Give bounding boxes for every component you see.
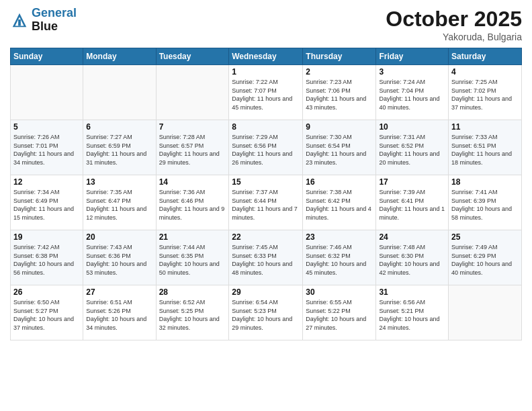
header: General Blue October 2025 Yakoruda, Bulg… bbox=[10, 7, 522, 42]
calendar-cell: 12Sunrise: 7:34 AM Sunset: 6:49 PM Dayli… bbox=[11, 175, 83, 230]
header-sunday: Sunday bbox=[11, 48, 83, 65]
day-number: 10 bbox=[379, 122, 445, 132]
calendar-cell bbox=[83, 65, 156, 120]
calendar-table: Sunday Monday Tuesday Wednesday Thursday… bbox=[10, 48, 522, 340]
location-subtitle: Yakoruda, Bulgaria bbox=[386, 32, 522, 42]
calendar-week-2: 5Sunrise: 7:26 AM Sunset: 7:01 PM Daylig… bbox=[11, 120, 522, 175]
day-number: 21 bbox=[159, 232, 226, 242]
day-info: Sunrise: 7:39 AM Sunset: 6:41 PM Dayligh… bbox=[379, 188, 445, 222]
header-saturday: Saturday bbox=[449, 48, 522, 65]
day-info: Sunrise: 7:41 AM Sunset: 6:39 PM Dayligh… bbox=[451, 188, 519, 222]
day-info: Sunrise: 7:44 AM Sunset: 6:35 PM Dayligh… bbox=[159, 243, 226, 277]
calendar-cell: 26Sunrise: 6:50 AM Sunset: 5:27 PM Dayli… bbox=[11, 285, 83, 340]
logo-line2: Blue bbox=[32, 20, 77, 34]
day-number: 27 bbox=[86, 287, 152, 297]
day-number: 14 bbox=[159, 177, 226, 187]
day-number: 30 bbox=[306, 287, 373, 297]
calendar-cell: 21Sunrise: 7:44 AM Sunset: 6:35 PM Dayli… bbox=[156, 230, 229, 285]
day-number: 6 bbox=[86, 122, 152, 132]
day-number: 25 bbox=[451, 232, 519, 242]
calendar-cell: 22Sunrise: 7:45 AM Sunset: 6:33 PM Dayli… bbox=[229, 230, 303, 285]
day-info: Sunrise: 7:26 AM Sunset: 7:01 PM Dayligh… bbox=[13, 133, 80, 167]
day-info: Sunrise: 7:36 AM Sunset: 6:46 PM Dayligh… bbox=[159, 188, 226, 222]
calendar-cell: 14Sunrise: 7:36 AM Sunset: 6:46 PM Dayli… bbox=[156, 175, 229, 230]
day-info: Sunrise: 7:45 AM Sunset: 6:33 PM Dayligh… bbox=[232, 243, 300, 277]
calendar-cell: 27Sunrise: 6:51 AM Sunset: 5:26 PM Dayli… bbox=[83, 285, 156, 340]
calendar-cell: 5Sunrise: 7:26 AM Sunset: 7:01 PM Daylig… bbox=[11, 120, 83, 175]
calendar-cell: 19Sunrise: 7:42 AM Sunset: 6:38 PM Dayli… bbox=[11, 230, 83, 285]
header-monday: Monday bbox=[83, 48, 156, 65]
day-number: 15 bbox=[232, 177, 300, 187]
day-info: Sunrise: 6:54 AM Sunset: 5:23 PM Dayligh… bbox=[232, 298, 300, 332]
calendar-cell: 2Sunrise: 7:23 AM Sunset: 7:06 PM Daylig… bbox=[303, 65, 376, 120]
day-info: Sunrise: 6:56 AM Sunset: 5:21 PM Dayligh… bbox=[379, 298, 445, 332]
day-number: 7 bbox=[159, 122, 226, 132]
calendar-cell: 8Sunrise: 7:29 AM Sunset: 6:56 PM Daylig… bbox=[229, 120, 303, 175]
calendar-cell: 13Sunrise: 7:35 AM Sunset: 6:47 PM Dayli… bbox=[83, 175, 156, 230]
day-number: 22 bbox=[232, 232, 300, 242]
calendar-cell: 3Sunrise: 7:24 AM Sunset: 7:04 PM Daylig… bbox=[376, 65, 449, 120]
day-number: 9 bbox=[306, 122, 373, 132]
calendar-cell: 9Sunrise: 7:30 AM Sunset: 6:54 PM Daylig… bbox=[303, 120, 376, 175]
calendar-cell: 15Sunrise: 7:37 AM Sunset: 6:44 PM Dayli… bbox=[229, 175, 303, 230]
day-info: Sunrise: 6:55 AM Sunset: 5:22 PM Dayligh… bbox=[306, 298, 373, 332]
calendar-week-1: 1Sunrise: 7:22 AM Sunset: 7:07 PM Daylig… bbox=[11, 65, 522, 120]
calendar-cell: 11Sunrise: 7:33 AM Sunset: 6:51 PM Dayli… bbox=[449, 120, 522, 175]
day-number: 11 bbox=[451, 122, 519, 132]
day-info: Sunrise: 7:29 AM Sunset: 6:56 PM Dayligh… bbox=[232, 133, 300, 167]
day-number: 2 bbox=[306, 67, 373, 77]
day-info: Sunrise: 7:49 AM Sunset: 6:29 PM Dayligh… bbox=[451, 243, 519, 277]
calendar-cell: 10Sunrise: 7:31 AM Sunset: 6:52 PM Dayli… bbox=[376, 120, 449, 175]
header-thursday: Thursday bbox=[303, 48, 376, 65]
day-info: Sunrise: 6:52 AM Sunset: 5:25 PM Dayligh… bbox=[159, 298, 226, 332]
day-info: Sunrise: 7:24 AM Sunset: 7:04 PM Dayligh… bbox=[379, 78, 445, 111]
day-info: Sunrise: 6:50 AM Sunset: 5:27 PM Dayligh… bbox=[13, 298, 80, 332]
calendar-cell bbox=[156, 65, 229, 120]
day-number: 4 bbox=[451, 67, 519, 77]
calendar-cell: 25Sunrise: 7:49 AM Sunset: 6:29 PM Dayli… bbox=[449, 230, 522, 285]
calendar-cell bbox=[449, 285, 522, 340]
calendar-cell: 17Sunrise: 7:39 AM Sunset: 6:41 PM Dayli… bbox=[376, 175, 449, 230]
day-number: 20 bbox=[86, 232, 152, 242]
month-title: October 2025 bbox=[386, 7, 522, 32]
calendar-cell: 29Sunrise: 6:54 AM Sunset: 5:23 PM Dayli… bbox=[229, 285, 303, 340]
calendar-cell: 23Sunrise: 7:46 AM Sunset: 6:32 PM Dayli… bbox=[303, 230, 376, 285]
day-number: 5 bbox=[13, 122, 80, 132]
day-info: Sunrise: 7:48 AM Sunset: 6:30 PM Dayligh… bbox=[379, 243, 445, 277]
title-block: October 2025 Yakoruda, Bulgaria bbox=[386, 7, 522, 42]
calendar-cell: 18Sunrise: 7:41 AM Sunset: 6:39 PM Dayli… bbox=[449, 175, 522, 230]
day-number: 13 bbox=[86, 177, 152, 187]
day-number: 26 bbox=[13, 287, 80, 297]
logo-icon bbox=[10, 11, 29, 30]
calendar-cell: 16Sunrise: 7:38 AM Sunset: 6:42 PM Dayli… bbox=[303, 175, 376, 230]
calendar-cell: 6Sunrise: 7:27 AM Sunset: 6:59 PM Daylig… bbox=[83, 120, 156, 175]
calendar-week-4: 19Sunrise: 7:42 AM Sunset: 6:38 PM Dayli… bbox=[11, 230, 522, 285]
day-number: 29 bbox=[232, 287, 300, 297]
day-number: 18 bbox=[451, 177, 519, 187]
day-number: 8 bbox=[232, 122, 300, 132]
calendar-cell: 24Sunrise: 7:48 AM Sunset: 6:30 PM Dayli… bbox=[376, 230, 449, 285]
page-container: General Blue October 2025 Yakoruda, Bulg… bbox=[0, 0, 532, 411]
calendar-cell: 31Sunrise: 6:56 AM Sunset: 5:21 PM Dayli… bbox=[376, 285, 449, 340]
calendar-cell: 20Sunrise: 7:43 AM Sunset: 6:36 PM Dayli… bbox=[83, 230, 156, 285]
calendar-header-row: Sunday Monday Tuesday Wednesday Thursday… bbox=[11, 48, 522, 65]
day-number: 28 bbox=[159, 287, 226, 297]
day-info: Sunrise: 7:43 AM Sunset: 6:36 PM Dayligh… bbox=[86, 243, 152, 277]
calendar-cell: 7Sunrise: 7:28 AM Sunset: 6:57 PM Daylig… bbox=[156, 120, 229, 175]
day-number: 1 bbox=[232, 67, 300, 77]
calendar-cell: 28Sunrise: 6:52 AM Sunset: 5:25 PM Dayli… bbox=[156, 285, 229, 340]
logo-line1: General bbox=[32, 6, 77, 19]
day-info: Sunrise: 7:30 AM Sunset: 6:54 PM Dayligh… bbox=[306, 133, 373, 167]
day-info: Sunrise: 7:22 AM Sunset: 7:07 PM Dayligh… bbox=[232, 78, 300, 111]
day-info: Sunrise: 7:42 AM Sunset: 6:38 PM Dayligh… bbox=[13, 243, 80, 277]
calendar-week-3: 12Sunrise: 7:34 AM Sunset: 6:49 PM Dayli… bbox=[11, 175, 522, 230]
day-number: 16 bbox=[306, 177, 373, 187]
calendar-cell: 30Sunrise: 6:55 AM Sunset: 5:22 PM Dayli… bbox=[303, 285, 376, 340]
day-info: Sunrise: 7:38 AM Sunset: 6:42 PM Dayligh… bbox=[306, 188, 373, 222]
day-number: 12 bbox=[13, 177, 80, 187]
day-number: 23 bbox=[306, 232, 373, 242]
day-info: Sunrise: 7:35 AM Sunset: 6:47 PM Dayligh… bbox=[86, 188, 152, 222]
header-friday: Friday bbox=[376, 48, 449, 65]
day-info: Sunrise: 7:28 AM Sunset: 6:57 PM Dayligh… bbox=[159, 133, 226, 167]
day-info: Sunrise: 7:34 AM Sunset: 6:49 PM Dayligh… bbox=[13, 188, 80, 222]
